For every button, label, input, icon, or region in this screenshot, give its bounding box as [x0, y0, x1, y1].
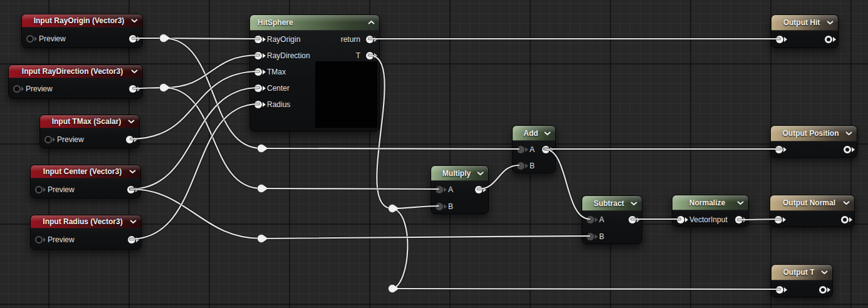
node-title: Input Center (Vector3) [39, 167, 132, 176]
wire-reroute-g-to-output-t.in[interactable] [392, 289, 780, 289]
input-center-preview-pin[interactable] [35, 186, 46, 193]
pin-label: TMax [267, 64, 286, 80]
node-title: Input RayDirection (Vector3) [18, 67, 133, 76]
node-input-radius[interactable]: Input Radius (Vector3)Preview [30, 215, 142, 250]
chevron-down-icon[interactable] [843, 201, 850, 205]
pin-label: A [599, 212, 604, 227]
node-row: RayOriginreturn [250, 32, 379, 47]
pin-label: Preview [39, 31, 66, 46]
wire-input-center.out-to-reroute-e[interactable] [130, 189, 261, 239]
node-title: Subtract [590, 199, 634, 208]
node-title: Input TMax (Scalar) [48, 117, 132, 126]
pin-label: RayDirection [267, 48, 310, 63]
node-title-bar[interactable]: Input TMax (Scalar) [40, 115, 139, 128]
node-title: Output Position [779, 129, 849, 138]
node-title-bar[interactable]: Input Radius (Vector3) [31, 215, 141, 228]
output-position-out-pin[interactable] [844, 146, 855, 153]
wire-shadow [130, 104, 259, 239]
chevron-down-icon[interactable] [827, 21, 834, 25]
pin-label: Preview [48, 182, 75, 197]
node-title: Normalize [686, 198, 735, 207]
chevron-down-icon[interactable] [630, 201, 637, 205]
node-title: HitSphere [258, 18, 293, 27]
node-output-hit[interactable]: Output Hit [771, 14, 839, 48]
node-row [770, 212, 854, 227]
graph-canvas[interactable]: Input RayOrigin (Vector3)PreviewInput Ra… [0, 0, 868, 308]
node-row [771, 142, 857, 157]
input-radius-preview-pin[interactable] [35, 236, 46, 244]
node-title: Output Hit [780, 18, 830, 27]
node-title-bar[interactable]: HitSphere [250, 15, 379, 31]
chevron-down-icon[interactable] [544, 131, 551, 135]
input-rayorigin-preview-pin[interactable] [26, 35, 37, 43]
node-row: B [582, 229, 642, 244]
pin-label: VectorInput [689, 212, 728, 227]
node-title: Input RayOrigin (Vector3) [30, 16, 135, 25]
chevron-down-icon[interactable] [131, 69, 138, 74]
chevron-down-icon[interactable] [129, 170, 136, 174]
node-title: Output T [780, 268, 825, 277]
pin-label: return [341, 32, 360, 47]
pin-label: B [530, 158, 535, 173]
output-normal-out-pin[interactable] [841, 216, 852, 223]
node-title-bar[interactable]: Subtract [582, 196, 642, 211]
wire-shadow [392, 208, 407, 289]
node-row: Preview [9, 81, 142, 96]
node-title-bar[interactable]: Output T [771, 265, 832, 280]
node-input-rayorigin[interactable]: Input RayOrigin (Vector3)Preview [21, 14, 143, 48]
node-hitsphere[interactable]: HitSphereRayOriginreturnRayDirectionTTMa… [249, 14, 380, 131]
pin-label: Preview [48, 232, 75, 247]
node-row: Preview [40, 132, 139, 147]
chevron-down-icon[interactable] [845, 131, 852, 136]
preview-thumbnail [315, 61, 377, 128]
node-title-bar[interactable]: Input RayDirection (Vector3) [9, 65, 142, 78]
pin-label: B [599, 229, 604, 244]
node-row [771, 32, 838, 47]
node-title-bar[interactable]: Output Normal [770, 195, 854, 211]
chevron-down-icon[interactable] [737, 200, 744, 205]
pin-label: Radius [267, 97, 290, 112]
node-title: Input Radius (Vector3) [39, 217, 132, 226]
node-title-bar[interactable]: Multiply [431, 166, 488, 181]
node-title: Multiply [439, 169, 481, 178]
node-title-bar[interactable]: Output Position [771, 126, 857, 141]
chevron-down-icon[interactable] [128, 120, 135, 124]
input-raydirection-preview-pin[interactable] [13, 85, 24, 93]
node-row: Preview [22, 31, 142, 46]
node-output-normal[interactable]: Output Normal [770, 195, 855, 227]
pin-label: Preview [57, 132, 84, 147]
node-input-center[interactable]: Input Center (Vector3)Preview [30, 165, 141, 198]
output-t-out-pin[interactable] [819, 286, 830, 294]
node-title: Output Normal [779, 198, 845, 207]
pin-label: A [530, 142, 535, 157]
wire-reroute-c-to-add.A[interactable] [261, 148, 519, 149]
node-title-bar[interactable]: Normalize [672, 195, 748, 210]
node-row: Preview [31, 232, 141, 247]
node-output-position[interactable]: Output Position [770, 125, 857, 158]
node-title-bar[interactable]: Input Center (Vector3) [31, 165, 140, 178]
node-title-bar[interactable]: Output Hit [771, 15, 838, 31]
chevron-down-icon[interactable] [477, 171, 484, 175]
input-tmax-preview-pin[interactable] [44, 136, 55, 143]
chevron-down-icon[interactable] [130, 220, 137, 224]
pin-label: Center [267, 81, 290, 96]
pin-label: B [448, 199, 453, 214]
wire-normalize.out-to-output-normal.in[interactable] [738, 219, 780, 220]
wire-reroute-a-to-hitsphere.RayOrigin[interactable] [164, 38, 259, 39]
wire-reroute-d-to-multiply.A[interactable] [261, 188, 439, 189]
wire-reroute-f-to-reroute-g[interactable] [392, 208, 407, 289]
node-row: Preview [31, 182, 140, 197]
node-normalize[interactable]: NormalizeVectorInput [672, 195, 749, 227]
chevron-down-icon[interactable] [131, 19, 138, 23]
node-title-bar[interactable]: Input RayOrigin (Vector3) [22, 14, 142, 28]
wire-input-radius.out-to-hitsphere.Radius[interactable] [130, 104, 259, 239]
output-hit-out-pin[interactable] [825, 36, 836, 43]
node-input-raydirection[interactable]: Input RayDirection (Vector3)Preview [8, 64, 143, 99]
chevron-down-icon[interactable] [821, 270, 828, 275]
node-title-bar[interactable]: Add [513, 126, 555, 141]
node-input-tmax[interactable]: Input TMax (Scalar)Preview [39, 115, 140, 148]
pin-label: Preview [26, 81, 53, 96]
node-output-t[interactable]: Output T [771, 264, 833, 297]
chevron-up-icon[interactable] [368, 21, 375, 25]
wire-input-raydirection.out-to-reroute-b[interactable] [133, 88, 164, 88]
